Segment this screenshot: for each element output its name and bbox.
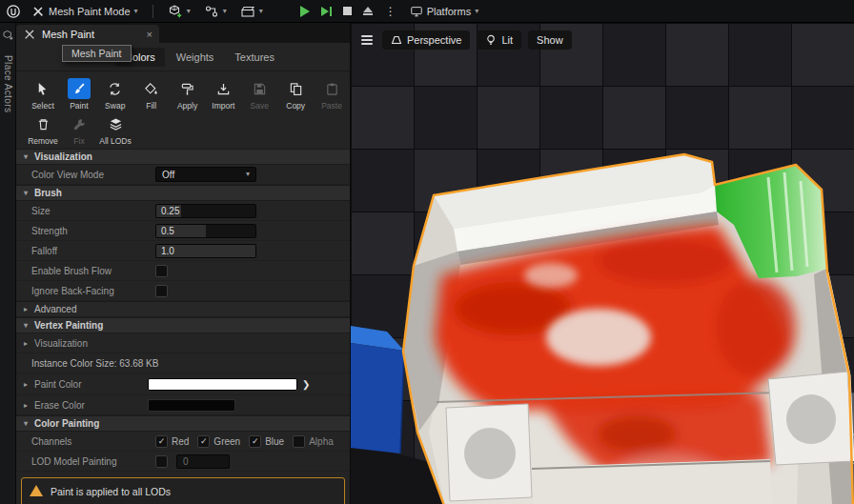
section-advanced[interactable]: ▸ Advanced: [16, 301, 350, 317]
save-tool-button[interactable]: Save: [241, 78, 277, 111]
lit-mode-dropdown[interactable]: Lit: [477, 30, 521, 50]
ignore-backfacing-checkbox[interactable]: [155, 285, 168, 297]
channel-blue[interactable]: ✓ Blue: [249, 435, 284, 448]
chevron-right-icon: ▸: [22, 305, 30, 313]
scene-render: [351, 23, 854, 504]
vp-visualization-row[interactable]: ▸ Visualization: [16, 333, 350, 353]
main-toolbar: Mesh Paint Mode ▾ ▾ ▾ ▾: [0, 0, 854, 23]
lod-painting-checkbox[interactable]: [155, 455, 168, 468]
apply-tool-button[interactable]: Apply: [170, 78, 206, 111]
erase-color-swatch[interactable]: [148, 399, 235, 412]
lod-layers-icon: [104, 113, 127, 134]
cursor-icon: [31, 78, 54, 99]
select-tool-button[interactable]: Select: [25, 78, 61, 111]
fill-tool-button[interactable]: Fill: [133, 78, 170, 111]
perspective-dropdown[interactable]: Perspective: [382, 30, 470, 50]
platforms-dropdown[interactable]: Platforms ▾: [403, 2, 485, 21]
section-visualization[interactable]: ▾ Visualization: [16, 149, 350, 165]
fix-tool-button[interactable]: Fix: [61, 113, 97, 146]
tab-textures[interactable]: Textures: [225, 48, 284, 67]
chevron-down-icon: ▾: [187, 8, 191, 15]
play-icon: [300, 6, 310, 17]
expand-color-icon[interactable]: ❯: [302, 379, 310, 390]
trash-icon: [31, 113, 54, 134]
check-icon: ✓: [200, 437, 208, 446]
lod-model-painting-row: LOD Model Painting 0: [16, 452, 350, 472]
section-color-painting[interactable]: ▾ Color Painting: [16, 415, 350, 432]
enable-brush-flow-checkbox[interactable]: [155, 265, 168, 277]
blue-checkbox[interactable]: ✓: [249, 435, 261, 448]
all-lods-tool-button[interactable]: All LODs: [97, 113, 133, 146]
chevron-down-icon: ▾: [259, 8, 263, 15]
cinematics-button[interactable]: ▾: [234, 2, 270, 21]
paste-tool-button[interactable]: Paste: [314, 78, 350, 111]
close-icon[interactable]: ×: [147, 29, 152, 40]
add-content-button[interactable]: ▾: [161, 2, 197, 21]
chevron-right-icon: ▸: [22, 339, 30, 348]
channel-red[interactable]: ✓ Red: [155, 435, 189, 448]
channel-green[interactable]: ✓ Green: [197, 435, 240, 448]
channel-alpha[interactable]: Alpha: [293, 435, 334, 448]
brush-strength-row: Strength 0.5: [16, 221, 350, 241]
eject-button[interactable]: [357, 7, 378, 15]
blueprint-nodes-icon: [204, 4, 219, 19]
lit-label: Lit: [501, 34, 513, 46]
place-actors-icon: [2, 29, 14, 41]
instance-color-size-row: Instance Color Size: 63.68 KB: [16, 353, 350, 373]
blueprints-button[interactable]: ▾: [197, 2, 234, 21]
color-view-mode-row: Color View Mode Off ▾: [16, 165, 350, 185]
truck-mesh[interactable]: [403, 154, 853, 504]
paint-color-row: ▸ Paint Color ❯: [16, 373, 350, 395]
mode-select-dropdown[interactable]: Mesh Paint Mode ▾: [25, 2, 145, 21]
check-icon: ✓: [252, 437, 259, 446]
platforms-monitor-icon: [410, 5, 423, 18]
green-checkbox[interactable]: ✓: [197, 435, 210, 448]
section-vertex-painting[interactable]: ▾ Vertex Painting: [16, 317, 350, 333]
check-icon: ✓: [158, 437, 166, 446]
perspective-icon: [391, 34, 402, 46]
brush-icon: [68, 78, 91, 99]
eject-icon: [363, 7, 373, 15]
alpha-checkbox[interactable]: [293, 435, 305, 448]
cinematics-icon: [240, 4, 255, 19]
place-actors-rail[interactable]: Place Actors: [0, 23, 16, 504]
swap-arrows-icon: [104, 78, 127, 99]
place-actors-label: Place Actors: [3, 55, 13, 112]
copy-tool-button[interactable]: Copy: [277, 78, 314, 111]
lod-index-field[interactable]: 0: [176, 454, 230, 469]
blue-cube-mesh[interactable]: [351, 326, 404, 454]
stop-button[interactable]: [337, 7, 357, 15]
red-checkbox[interactable]: ✓: [155, 435, 168, 448]
play-button[interactable]: [295, 6, 315, 17]
viewport-options-menu[interactable]: [358, 31, 376, 49]
remove-tool-button[interactable]: Remove: [25, 113, 61, 146]
chevron-down-icon: ▾: [246, 171, 250, 178]
enable-brush-flow-row: Enable Brush Flow: [16, 261, 350, 281]
show-flags-dropdown[interactable]: Show: [528, 30, 572, 50]
level-viewport[interactable]: Perspective Lit Show: [351, 23, 854, 504]
viewport-toolbar: Perspective Lit Show: [358, 30, 572, 50]
show-label: Show: [537, 34, 563, 46]
paint-tool-button[interactable]: Paint: [61, 78, 97, 111]
play-options-menu[interactable]: ⋮: [378, 5, 403, 18]
brush-falloff-slider[interactable]: 1.0: [155, 244, 256, 258]
erase-color-row: ▸ Erase Color: [16, 395, 350, 415]
frame-skip-button[interactable]: [315, 7, 337, 16]
chevron-down-icon: ▾: [22, 419, 30, 428]
lod-warning-banner: Paint is applied to all LODs: [21, 477, 345, 504]
chevron-down-icon: ▾: [22, 321, 30, 330]
tab-weights[interactable]: Weights: [167, 48, 224, 67]
section-brush[interactable]: ▾ Brush: [16, 185, 350, 201]
chevron-down-icon: ▾: [22, 152, 30, 161]
import-tool-button[interactable]: Import: [205, 78, 241, 111]
copy-icon: [284, 78, 307, 99]
mesh-paint-tab[interactable]: Mesh Paint ×: [16, 25, 159, 43]
swap-tool-button[interactable]: Swap: [97, 78, 133, 111]
brush-size-slider[interactable]: 0.25: [155, 204, 256, 218]
paint-roller-icon: [176, 78, 199, 99]
drag-tooltip: Mesh Paint: [62, 45, 132, 62]
channels-row: Channels ✓ Red ✓ Green ✓ Blue Alpha: [16, 432, 350, 452]
paint-color-swatch[interactable]: [148, 378, 297, 391]
brush-strength-slider[interactable]: 0.5: [155, 224, 256, 238]
color-view-mode-select[interactable]: Off ▾: [155, 167, 256, 182]
